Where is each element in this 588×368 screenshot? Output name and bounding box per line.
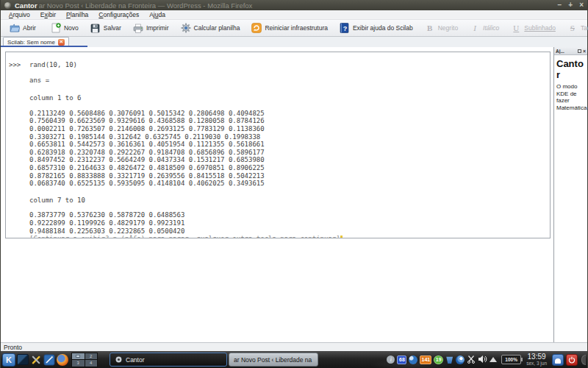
matrix-row: 0.6283918 0.2320748 0.2922267 0.9184708 … <box>29 149 547 157</box>
tab-bar: Scilab: Sem nome × <box>1 37 587 47</box>
italic-button[interactable]: I Itálico <box>464 20 505 36</box>
float-panel-icon[interactable] <box>578 49 581 53</box>
matrix-row: 0.8782165 0.8833888 0.3321719 0.2639556 … <box>29 172 547 180</box>
lock-screen-button[interactable] <box>552 354 564 366</box>
menubar: Arquivo Exibir Planilha Configurações Aj… <box>1 10 587 20</box>
taskbar: K 2 3 4 Cantor ar Novo Post ‹ Liberdade … <box>1 351 587 368</box>
panel-hide-arrow[interactable] <box>581 355 586 365</box>
matrix-row: 0.2113249 0.5608486 0.3076091 0.5015342 … <box>29 110 547 118</box>
print-button[interactable]: Imprimir <box>127 20 175 36</box>
matrix-row: 0.9222899 0.1199926 0.4829179 0.9923191 <box>29 219 547 227</box>
matrix-row: 0.3873779 0.5376230 0.5878720 0.6488563 <box>29 211 547 219</box>
new-document-icon <box>51 23 61 33</box>
column-section-label: column 7 to 10 <box>29 197 547 205</box>
open-folder-icon <box>10 23 20 33</box>
italic-icon: I <box>470 23 480 33</box>
tray-badge-orange[interactable]: 141 <box>420 355 431 364</box>
tray-expander-icon[interactable] <box>490 357 497 362</box>
restart-icon <box>251 23 262 33</box>
close-button[interactable]: × <box>579 1 584 9</box>
scilab-help-button[interactable]: ? Exibir ajuda do Scilab <box>334 20 419 36</box>
matrix-row: 0.8497452 0.2312237 0.5664249 0.0437334 … <box>29 156 547 164</box>
matrix-rows-2: 0.3873779 0.5376230 0.5878720 0.64885630… <box>29 211 547 235</box>
underline-button[interactable]: U Sublinhado <box>505 20 562 36</box>
menu-arquivo[interactable]: Arquivo <box>4 11 35 18</box>
strikethrough-icon: S <box>567 23 578 33</box>
close-panel-icon[interactable]: × <box>583 49 586 54</box>
worksheet-entry[interactable]: >>> rand(10, 10) ans = column 1 to 6 0.2… <box>5 52 551 238</box>
pager-desktop-1[interactable] <box>72 353 85 360</box>
maximize-button[interactable]: + <box>568 1 573 9</box>
power-icon <box>568 356 576 364</box>
show-desktop-icon[interactable] <box>17 354 29 365</box>
volume-icon[interactable] <box>478 353 487 367</box>
pager-continue-prompt: [Continuar a exibir? n (nÃ£o) para parar… <box>29 235 340 238</box>
help-panel-header: Aj... × <box>554 47 587 55</box>
tray-badge-green[interactable]: 19 <box>434 355 443 364</box>
text-cursor <box>340 236 343 238</box>
logout-power-button[interactable] <box>566 354 578 366</box>
help-book-icon: ? <box>340 23 350 33</box>
help-content-subtitle: O modo KDE de fazer Matemática <box>554 82 587 111</box>
minimize-button[interactable]: − <box>557 1 562 9</box>
menu-configuracoes[interactable]: Configurações <box>93 11 144 18</box>
pager-window-preview <box>76 355 80 358</box>
save-button[interactable]: Salvar <box>85 20 127 36</box>
pen-tool-icon[interactable] <box>43 354 55 366</box>
ans-label: ans = <box>29 77 547 85</box>
task-button-cantor[interactable]: Cantor <box>110 353 227 367</box>
tab-close-icon[interactable]: × <box>58 39 65 46</box>
tray-badge-blue[interactable]: 68 <box>397 355 406 364</box>
matrix-row: 0.6653811 0.5442573 0.3616361 0.4051954 … <box>29 141 547 149</box>
underline-icon: U <box>511 23 521 33</box>
help-panel-title: Aj... <box>556 49 576 54</box>
command-text: rand(10, 10) <box>29 61 77 69</box>
pail-tool-icon[interactable] <box>445 355 453 364</box>
globe-icon[interactable] <box>409 355 417 364</box>
evaluate-worksheet-button[interactable]: Calcular planilha <box>175 20 246 36</box>
scilab-prompt: >>> <box>9 61 29 69</box>
desktop: Cantor ar Novo Post ‹ Liberdade na Front… <box>0 0 588 368</box>
window-titlebar: Cantor ar Novo Post ‹ Liberdade na Front… <box>1 0 587 10</box>
blue-swirl-icon[interactable] <box>456 355 465 364</box>
toolbar: Abrir Novo Salvar Imprimir Calcular pla <box>1 20 587 37</box>
svg-text:?: ? <box>343 25 348 32</box>
strikethrough-button[interactable]: S Tachado <box>562 20 588 36</box>
lock-icon <box>555 358 561 364</box>
bold-icon: B <box>425 23 435 33</box>
pager-desktop-3[interactable]: 3 <box>72 360 85 367</box>
new-button[interactable]: Novo <box>45 20 85 36</box>
status-bar: Pronto <box>1 342 587 351</box>
save-floppy-icon <box>90 23 101 33</box>
matrix-row: 0.0002211 0.7263507 0.2146008 0.2693125 … <box>29 125 547 133</box>
menu-planilha[interactable]: Planilha <box>61 11 93 18</box>
matrix-rows-1: 0.2113249 0.5608486 0.3076091 0.5015342 … <box>29 110 547 188</box>
klipper-scissors-icon[interactable] <box>467 353 476 367</box>
system-tray: i 68 141 19 100% 13:59 sex, 3 jun <box>387 353 586 367</box>
background-window-title: ar Novo Post ‹ Liberdade na Fronteira — … <box>39 1 553 10</box>
desktop-pager: 2 3 4 <box>71 353 98 367</box>
gear-icon <box>181 23 191 33</box>
open-button[interactable]: Abrir <box>4 20 42 36</box>
clock[interactable]: 13:59 sex, 3 jun <box>526 353 547 367</box>
task-button-firefox[interactable]: ar Novo Post ‹ Liberdade na Fr <box>229 353 318 367</box>
firefox-icon[interactable] <box>57 354 68 366</box>
matrix-row: 0.3303271 0.1985144 0.312642 0.6325745 0… <box>29 133 547 141</box>
matrix-row: 0.6857310 0.2164633 0.4826472 0.4818509 … <box>29 164 547 172</box>
cantor-app-icon <box>4 2 11 9</box>
help-panel: Aj... × Cantor O modo KDE de fazer Matem… <box>553 47 587 342</box>
system-tools-icon[interactable] <box>30 354 42 366</box>
pager-desktop-2[interactable]: 2 <box>85 353 98 360</box>
battery-indicator[interactable]: 100% <box>501 355 521 364</box>
pager-desktop-4[interactable]: 4 <box>85 360 98 367</box>
gear-icon <box>115 355 123 364</box>
printer-icon <box>133 23 143 33</box>
worksheet-view: >>> rand(10, 10) ans = column 1 to 6 0.2… <box>1 47 553 342</box>
bold-button[interactable]: B Negrito <box>419 20 464 36</box>
menu-ajuda[interactable]: Ajuda <box>144 11 171 18</box>
menu-exibir[interactable]: Exibir <box>35 11 61 18</box>
restart-backend-button[interactable]: Reiniciar infraestrutura <box>245 20 334 36</box>
kde-menu-button[interactable]: K <box>2 353 15 367</box>
matrix-row: 0.0683740 0.6525135 0.5935095 0.4148104 … <box>29 180 547 188</box>
notification-info-icon[interactable]: i <box>387 355 395 364</box>
